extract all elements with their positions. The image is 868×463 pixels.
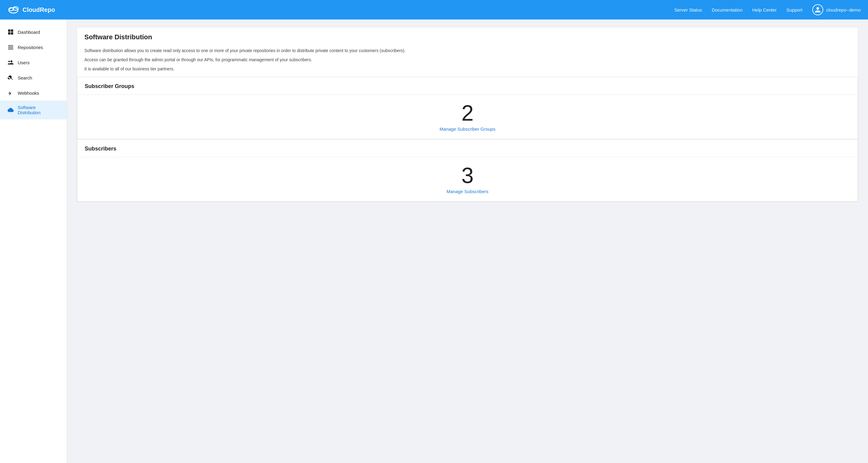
svg-rect-4 xyxy=(11,30,13,32)
avatar xyxy=(812,4,823,15)
sidebar-label-search: Search xyxy=(18,75,32,81)
svg-rect-7 xyxy=(8,45,13,46)
header: CloudRepo Server Status Documentation He… xyxy=(0,0,868,20)
subscribers-body: 3 Manage Subscribers xyxy=(78,157,858,202)
sidebar-item-repositories[interactable]: Repositories xyxy=(0,40,67,55)
description-line-3: It is available to all of our business t… xyxy=(84,65,850,73)
sidebar-label-dashboard: Dashboard xyxy=(18,30,40,35)
nav-documentation[interactable]: Documentation xyxy=(712,7,743,12)
svg-rect-3 xyxy=(8,30,11,32)
repositories-icon xyxy=(7,44,14,51)
svg-rect-8 xyxy=(8,47,13,47)
subscribers-count: 3 xyxy=(461,164,474,186)
subscriber-groups-body: 2 Manage Subscriber Groups xyxy=(78,95,858,139)
intro-section: Software Distribution Software distribut… xyxy=(77,27,858,77)
nav-help-center[interactable]: Help Center xyxy=(752,7,777,12)
sidebar: Dashboard Repositories Users Search Webh xyxy=(0,20,67,463)
dashboard-icon xyxy=(7,29,14,35)
svg-rect-9 xyxy=(8,48,13,49)
layout: Dashboard Repositories Users Search Webh xyxy=(0,20,868,463)
page-title: Software Distribution xyxy=(84,33,850,41)
logo-text: CloudRepo xyxy=(23,6,55,13)
subscribers-card: Subscribers 3 Manage Subscribers xyxy=(77,139,858,202)
sidebar-item-dashboard[interactable]: Dashboard xyxy=(0,24,67,40)
subscriber-groups-card: Subscriber Groups 2 Manage Subscriber Gr… xyxy=(77,77,858,139)
sidebar-item-webhooks[interactable]: Webhooks xyxy=(0,85,67,100)
users-icon xyxy=(7,59,14,66)
logo[interactable]: CloudRepo xyxy=(7,4,674,16)
svg-rect-10 xyxy=(8,49,13,50)
subscriber-groups-title: Subscriber Groups xyxy=(78,77,858,95)
sidebar-item-search[interactable]: Search xyxy=(0,70,67,85)
main-content: Software Distribution Software distribut… xyxy=(67,20,868,463)
webhooks-icon xyxy=(7,90,14,96)
content-wrapper: Software Distribution Software distribut… xyxy=(77,27,858,202)
sidebar-label-users: Users xyxy=(18,60,30,65)
svg-rect-6 xyxy=(11,32,13,35)
nav-server-status[interactable]: Server Status xyxy=(674,7,702,12)
sidebar-item-software-distribution[interactable]: Software Distribution xyxy=(0,100,67,119)
header-user[interactable]: cloudrepo--demo xyxy=(812,4,861,15)
cloud-icon xyxy=(7,106,14,113)
sidebar-label-repositories: Repositories xyxy=(18,45,43,50)
sidebar-label-software-distribution: Software Distribution xyxy=(18,105,59,115)
description-line-1: Software distribution allows you to crea… xyxy=(84,47,850,55)
nav-support[interactable]: Support xyxy=(786,7,803,12)
sidebar-label-webhooks: Webhooks xyxy=(18,90,39,96)
description-line-2: Access can be granted through the admin … xyxy=(84,56,850,64)
manage-subscriber-groups-link[interactable]: Manage Subscriber Groups xyxy=(439,126,495,132)
manage-subscribers-link[interactable]: Manage Subscribers xyxy=(446,189,489,194)
subscriber-groups-count: 2 xyxy=(461,102,474,124)
user-name: cloudrepo--demo xyxy=(826,7,861,12)
subscribers-title: Subscribers xyxy=(78,140,858,157)
header-nav: Server Status Documentation Help Center … xyxy=(674,7,802,12)
search-icon xyxy=(7,74,14,81)
svg-rect-5 xyxy=(8,32,11,35)
sidebar-item-users[interactable]: Users xyxy=(0,55,67,70)
